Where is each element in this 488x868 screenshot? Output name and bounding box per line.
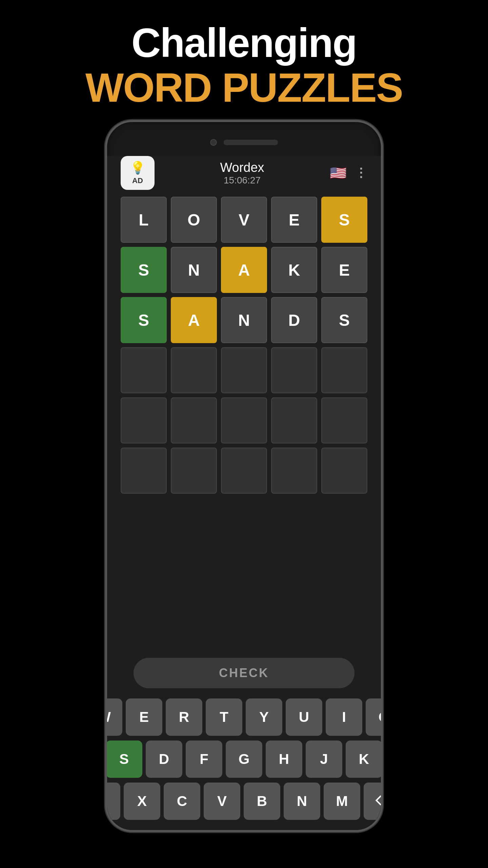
key-N[interactable]: N <box>284 783 320 820</box>
cell-r3-c3 <box>271 347 317 393</box>
keyboard-row-1: ASDFGHJKL <box>117 741 371 778</box>
key-U[interactable]: U <box>286 698 322 736</box>
cell-r2-c1: A <box>171 297 217 343</box>
key-R[interactable]: R <box>166 698 202 736</box>
cell-r3-c2 <box>221 347 267 393</box>
flag-icon[interactable]: 🇺🇸 <box>330 165 347 181</box>
cell-r0-c2: V <box>221 197 267 243</box>
camera <box>210 139 217 146</box>
app-icons: 🇺🇸 ⋮ <box>330 165 367 181</box>
cell-r0-c0: L <box>121 197 167 243</box>
cell-r4-c3 <box>271 397 317 443</box>
cell-r1-c2: A <box>221 247 267 293</box>
ad-label: AD <box>132 176 143 185</box>
key-M[interactable]: M <box>324 783 360 820</box>
cell-r1-c0: S <box>121 247 167 293</box>
key-I[interactable]: I <box>326 698 362 736</box>
cell-r5-c2 <box>221 448 267 494</box>
keyboard: QWERTYUIOPASDFGHJKLZXCVBNM⌫ <box>114 698 374 830</box>
key-Z[interactable]: Z <box>105 783 120 820</box>
bulb-icon: 💡 <box>130 161 145 175</box>
phone-frame: 💡 AD Wordex 15:06:27 🇺🇸 ⋮ LOVESSNAKESAND… <box>105 120 383 832</box>
app-title: Wordex <box>220 160 264 175</box>
cell-r2-c0: S <box>121 297 167 343</box>
cell-r4-c0 <box>121 397 167 443</box>
key-H[interactable]: H <box>266 741 302 778</box>
key-S[interactable]: S <box>106 741 142 778</box>
key-D[interactable]: D <box>146 741 182 778</box>
key-C[interactable]: C <box>164 783 200 820</box>
menu-dots-icon[interactable]: ⋮ <box>355 166 367 180</box>
key-O[interactable]: O <box>366 698 383 736</box>
game-grid: LOVESSNAKESANDS <box>114 190 374 500</box>
check-button[interactable]: CHECK <box>134 658 355 688</box>
keyboard-row-0: QWERTYUIOP <box>117 698 371 736</box>
cell-r3-c4 <box>321 347 367 393</box>
cell-r5-c0 <box>121 448 167 494</box>
key-B[interactable]: B <box>244 783 280 820</box>
cell-r0-c4: S <box>321 197 367 243</box>
header-line1: Challenging <box>0 20 488 65</box>
app-content: 💡 AD Wordex 15:06:27 🇺🇸 ⋮ LOVESSNAKESAND… <box>107 156 381 830</box>
cell-r5-c4 <box>321 448 367 494</box>
cell-r4-c2 <box>221 397 267 443</box>
cell-r5-c1 <box>171 448 217 494</box>
key-Y[interactable]: Y <box>246 698 282 736</box>
cell-r3-c1 <box>171 347 217 393</box>
speaker <box>224 140 278 145</box>
cell-r2-c3: D <box>271 297 317 343</box>
check-label: CHECK <box>219 666 269 680</box>
key-⌫[interactable]: ⌫ <box>364 783 383 820</box>
cell-r3-c0 <box>121 347 167 393</box>
cell-r5-c3 <box>271 448 317 494</box>
key-F[interactable]: F <box>186 741 222 778</box>
cell-r1-c4: E <box>321 247 367 293</box>
side-button <box>382 258 383 285</box>
cell-r4-c4 <box>321 397 367 443</box>
header-line2: WORD PUZZLES <box>0 65 488 110</box>
cell-r4-c1 <box>171 397 217 443</box>
key-W[interactable]: W <box>105 698 122 736</box>
app-topbar: 💡 AD Wordex 15:06:27 🇺🇸 ⋮ <box>114 156 374 190</box>
key-T[interactable]: T <box>206 698 242 736</box>
key-E[interactable]: E <box>126 698 162 736</box>
key-X[interactable]: X <box>124 783 160 820</box>
key-G[interactable]: G <box>226 741 262 778</box>
key-V[interactable]: V <box>204 783 240 820</box>
phone-top-bar <box>107 122 381 156</box>
cell-r0-c3: E <box>271 197 317 243</box>
key-K[interactable]: K <box>346 741 382 778</box>
app-title-block: Wordex 15:06:27 <box>220 160 264 186</box>
cell-r2-c2: N <box>221 297 267 343</box>
keyboard-row-2: ZXCVBNM⌫ <box>117 783 371 820</box>
ad-button[interactable]: 💡 AD <box>121 156 155 190</box>
cell-r1-c1: N <box>171 247 217 293</box>
key-J[interactable]: J <box>306 741 342 778</box>
app-timer: 15:06:27 <box>224 175 261 186</box>
cell-r2-c4: S <box>321 297 367 343</box>
cell-r0-c1: O <box>171 197 217 243</box>
cell-r1-c3: K <box>271 247 317 293</box>
header-section: Challenging WORD PUZZLES <box>0 0 488 120</box>
